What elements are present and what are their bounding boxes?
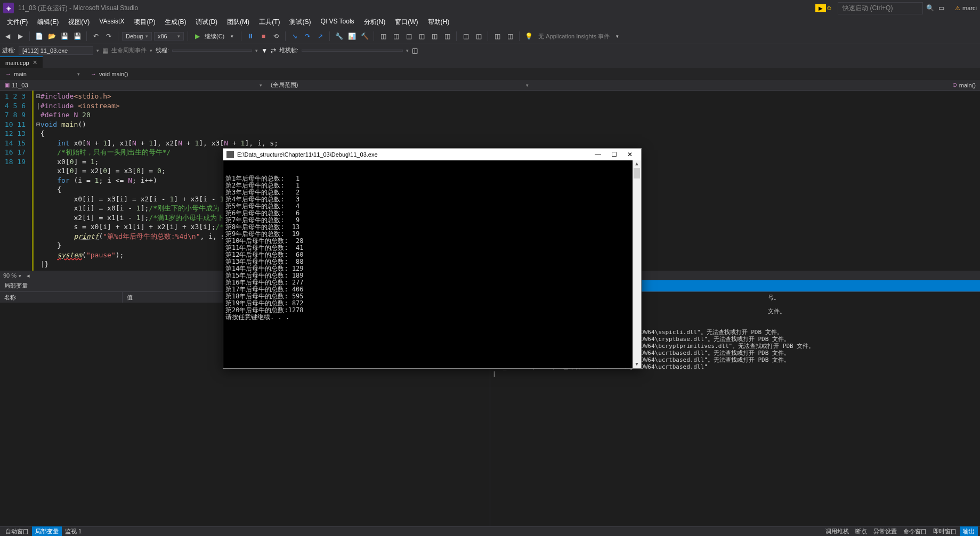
open-icon[interactable]: 📂 <box>46 31 57 42</box>
tool2-icon[interactable]: 📊 <box>346 31 357 42</box>
life-events-label[interactable]: 生命周期事件 <box>111 46 147 54</box>
menu-item[interactable]: 团队(M) <box>222 16 254 29</box>
console-body[interactable]: 第1年后母牛的总数: 1 第2年后母牛的总数: 1 第3年后母牛的总数: 2 第… <box>223 160 641 368</box>
save-icon[interactable]: 💾 <box>59 31 70 42</box>
tool7-icon[interactable]: ◫ <box>416 31 427 42</box>
menu-item[interactable]: 调试(D) <box>191 16 222 29</box>
insights-drop-icon[interactable]: ▾ <box>612 31 622 42</box>
console-titlebar[interactable]: E:\Data_structure\Chapter11\11_03\Debug\… <box>223 149 641 160</box>
menu-item[interactable]: VAssistX <box>94 16 129 29</box>
process-combo[interactable]: [4112] 11_03.exe <box>19 46 93 55</box>
stop-icon[interactable]: ■ <box>258 31 269 42</box>
status-breakpoints[interactable]: 断点 <box>852 526 870 536</box>
quick-launch-input[interactable]: 快速启动 (Ctrl+Q) <box>838 2 923 14</box>
tool12-icon[interactable]: ◫ <box>492 31 503 42</box>
notify-flag-icon[interactable]: ▶ <box>815 4 826 12</box>
insights-icon[interactable]: 💡 <box>523 31 534 42</box>
vs-logo-icon: ◈ <box>3 3 14 13</box>
scroll-up-icon[interactable]: ▲ <box>633 160 641 168</box>
menu-item[interactable]: 工具(T) <box>254 16 285 29</box>
scope-combo[interactable]: → main ▾ <box>0 68 85 80</box>
undo-icon[interactable]: ↶ <box>91 31 101 42</box>
minimize-button[interactable]: — <box>590 151 606 158</box>
status-output[interactable]: 输出 <box>960 526 978 536</box>
continue-button[interactable]: ▶ <box>192 31 203 42</box>
search-icon[interactable]: 🔍 <box>926 4 934 12</box>
func-combo[interactable]: → void main() <box>85 68 133 80</box>
thread-tool-icon[interactable]: ▼ <box>261 47 268 54</box>
status-immediate[interactable]: 即时窗口 <box>930 526 960 536</box>
tool8-icon[interactable]: ◫ <box>429 31 440 42</box>
config-combo[interactable]: Debug <box>122 32 152 40</box>
thread-tool2-icon[interactable]: ⇄ <box>271 47 276 54</box>
menu-item[interactable]: 编辑(E) <box>33 16 63 29</box>
tool5-icon[interactable]: ◫ <box>391 31 401 42</box>
scroll-down-icon[interactable]: ▼ <box>633 361 641 368</box>
scope-text: main <box>14 71 27 77</box>
maximize-icon[interactable]: ▭ <box>938 4 944 12</box>
tool10-icon[interactable]: ◫ <box>460 31 471 42</box>
status-exceptions[interactable]: 异常设置 <box>870 526 900 536</box>
nav-fwd-icon[interactable]: ▶ <box>15 31 26 42</box>
redo-icon[interactable]: ↷ <box>103 31 114 42</box>
stack-label: 堆栈帧: <box>279 46 298 54</box>
tool3-icon[interactable]: 🔨 <box>359 31 370 42</box>
status-auto[interactable]: 自动窗口 <box>2 526 32 536</box>
maximize-button[interactable]: ☐ <box>606 151 622 158</box>
console-title: E:\Data_structure\Chapter11\11_03\Debug\… <box>237 151 590 158</box>
tool6-icon[interactable]: ◫ <box>403 31 414 42</box>
menu-item[interactable]: 文件(F) <box>2 16 33 29</box>
status-locals[interactable]: 局部变量 <box>32 526 62 536</box>
menu-item[interactable]: 视图(V) <box>63 16 94 29</box>
user-label[interactable]: ⚠marci <box>955 5 977 12</box>
pause-icon[interactable]: ⏸ <box>245 31 256 42</box>
col-name[interactable]: 名称 <box>0 292 123 303</box>
platform-combo[interactable]: x86 <box>154 32 184 40</box>
line-gutter: 1 2 3 4 5 6 7 8 9 10 11 12 13 14 15 16 1… <box>0 91 32 271</box>
scroll-thumb[interactable] <box>634 168 640 178</box>
tab-main-cpp[interactable]: main.cpp ✕ <box>0 56 43 68</box>
insights-label[interactable]: 无 Application Insights 事件 <box>538 33 610 40</box>
status-command[interactable]: 命令窗口 <box>900 526 930 536</box>
menu-item[interactable]: 测试(S) <box>285 16 315 29</box>
console-window[interactable]: E:\Data_structure\Chapter11\11_03\Debug\… <box>223 148 642 369</box>
menu-item[interactable]: 项目(P) <box>129 16 160 29</box>
feedback-icon[interactable]: ☺ <box>826 4 832 12</box>
dropdown-icon[interactable]: ▾ <box>226 31 237 42</box>
zoom-combo[interactable]: 90 % <box>3 272 21 279</box>
stack-tool-icon[interactable]: ◫ <box>412 47 418 54</box>
warning-icon: ⚠ <box>955 5 960 11</box>
menu-item[interactable]: 窗口(W) <box>390 16 423 29</box>
status-callstack[interactable]: 调用堆栈 <box>822 526 852 536</box>
nav-back-icon[interactable]: ◀ <box>2 31 13 42</box>
tool4-icon[interactable]: ◫ <box>378 31 388 42</box>
console-scrollbar[interactable]: ▲ ▼ <box>633 160 641 368</box>
tool9-icon[interactable]: ◫ <box>442 31 452 42</box>
menu-item[interactable]: Qt VS Tools <box>315 16 359 29</box>
tool-icon[interactable]: 🔧 <box>334 31 344 42</box>
step-out-icon[interactable]: ↗ <box>315 31 326 42</box>
scope-icon: → <box>5 71 11 77</box>
step-over-icon[interactable]: ↷ <box>302 31 313 42</box>
stack-combo[interactable] <box>302 50 403 52</box>
tool11-icon[interactable]: ◫ <box>473 31 484 42</box>
menu-item[interactable]: 分析(N) <box>359 16 391 29</box>
close-button[interactable]: ✕ <box>622 151 638 158</box>
title-bar: ◈ 11_03 (正在运行) - Microsoft Visual Studio… <box>0 0 980 16</box>
func2-combo[interactable]: ⊙ main() <box>948 80 980 90</box>
tool13-icon[interactable]: ◫ <box>505 31 515 42</box>
save-all-icon[interactable]: 💾 <box>72 31 83 42</box>
status-watch[interactable]: 监视 1 <box>62 526 85 536</box>
scope2-combo[interactable]: (全局范围) ▾ <box>266 80 533 90</box>
menu-item[interactable]: 生成(B) <box>160 16 191 29</box>
restart-icon[interactable]: ⟲ <box>271 31 281 42</box>
life-events-icon[interactable]: ▦ <box>102 47 108 54</box>
menu-item[interactable]: 帮助(H) <box>423 16 455 29</box>
continue-label[interactable]: 继续(C) <box>205 33 224 40</box>
step-into-icon[interactable]: ↘ <box>289 31 300 42</box>
change-marker <box>32 91 36 271</box>
thread-combo[interactable] <box>172 50 252 52</box>
new-file-icon[interactable]: 📄 <box>34 31 44 42</box>
project-combo[interactable]: ▣ 11_03 ▾ <box>0 80 266 90</box>
close-icon[interactable]: ✕ <box>33 59 37 66</box>
